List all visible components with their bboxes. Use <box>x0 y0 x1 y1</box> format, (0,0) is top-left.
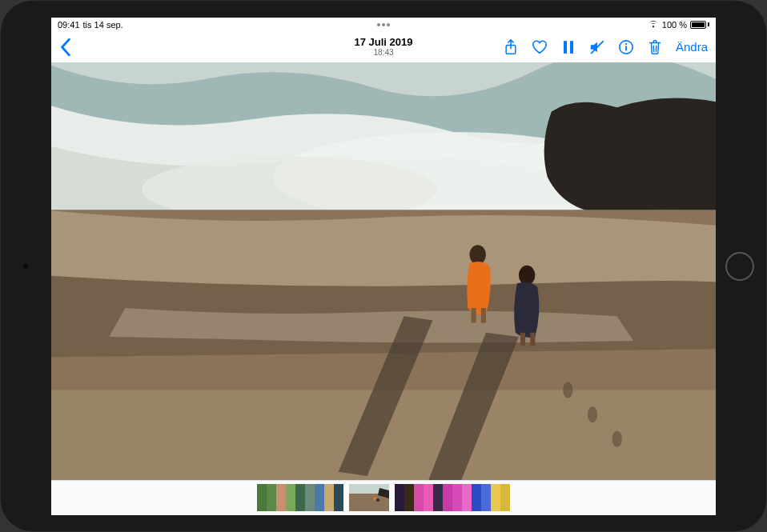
wifi-icon <box>648 19 659 30</box>
screen: 09:41 tis 14 sep. 100 % <box>51 18 716 515</box>
battery-icon <box>690 21 709 29</box>
thumbnail[interactable] <box>295 484 305 511</box>
photo-date: 17 Juli 2019 <box>355 37 413 48</box>
thumb-group-left[interactable] <box>257 484 343 511</box>
mute-button[interactable] <box>589 39 605 55</box>
thumbnail[interactable] <box>443 484 452 511</box>
thumbnail[interactable] <box>324 484 334 511</box>
thumbnail[interactable] <box>276 484 286 511</box>
svg-point-18 <box>563 382 572 398</box>
svg-point-19 <box>588 406 597 422</box>
photo-time: 18:43 <box>355 48 413 57</box>
thumbnail[interactable] <box>395 484 404 511</box>
info-button[interactable] <box>618 39 634 55</box>
status-time: 09:41 <box>58 20 80 30</box>
status-date: tis 14 sep. <box>83 20 123 30</box>
status-bar: 09:41 tis 14 sep. 100 % <box>51 18 716 32</box>
thumbnail[interactable] <box>414 484 424 511</box>
favorite-button[interactable] <box>532 39 548 55</box>
thumbnail[interactable] <box>433 484 443 511</box>
battery-percent: 100 % <box>662 20 687 30</box>
toolbar: 17 Juli 2019 18:43 <box>51 32 716 62</box>
edit-button[interactable]: Ändra <box>676 40 708 54</box>
thumbnail[interactable] <box>491 484 500 511</box>
current-thumbnail[interactable] <box>349 484 389 511</box>
svg-rect-1 <box>564 41 567 54</box>
svg-rect-6 <box>625 46 627 50</box>
beach-photo <box>51 62 716 480</box>
thumbnail[interactable] <box>404 484 414 511</box>
home-button[interactable] <box>725 252 754 281</box>
svg-point-23 <box>373 497 376 500</box>
thumb-group-right[interactable] <box>395 484 510 511</box>
svg-rect-14 <box>481 308 486 322</box>
svg-rect-16 <box>520 332 525 345</box>
share-button[interactable] <box>503 39 519 55</box>
thumbnail[interactable] <box>334 484 343 511</box>
svg-rect-2 <box>570 41 573 54</box>
thumbnail[interactable] <box>500 484 510 511</box>
svg-point-5 <box>625 42 627 44</box>
thumbnail[interactable] <box>257 484 267 511</box>
photo-viewer[interactable] <box>51 62 716 480</box>
thumbnail[interactable] <box>481 484 491 511</box>
svg-point-24 <box>376 498 379 502</box>
photo-date-header[interactable]: 17 Juli 2019 18:43 <box>355 37 413 57</box>
pause-button[interactable] <box>560 39 576 55</box>
thumbnail[interactable] <box>462 484 472 511</box>
svg-rect-13 <box>472 308 476 322</box>
svg-rect-17 <box>530 332 535 345</box>
thumbnail[interactable] <box>267 484 276 511</box>
front-camera <box>22 263 29 270</box>
multitasking-dots[interactable] <box>377 23 390 26</box>
thumbnail[interactable] <box>472 484 481 511</box>
back-button[interactable] <box>59 38 72 56</box>
thumbnail-strip[interactable] <box>51 480 716 515</box>
thumbnail[interactable] <box>305 484 315 511</box>
svg-point-20 <box>612 430 622 446</box>
thumbnail[interactable] <box>424 484 433 511</box>
status-left: 09:41 tis 14 sep. <box>58 20 123 30</box>
status-right: 100 % <box>648 19 709 30</box>
delete-button[interactable] <box>647 39 663 55</box>
thumbnail[interactable] <box>286 484 295 511</box>
thumbnail[interactable] <box>315 484 324 511</box>
ipad-device-frame: 09:41 tis 14 sep. 100 % <box>0 0 767 532</box>
thumbnail[interactable] <box>452 484 462 511</box>
